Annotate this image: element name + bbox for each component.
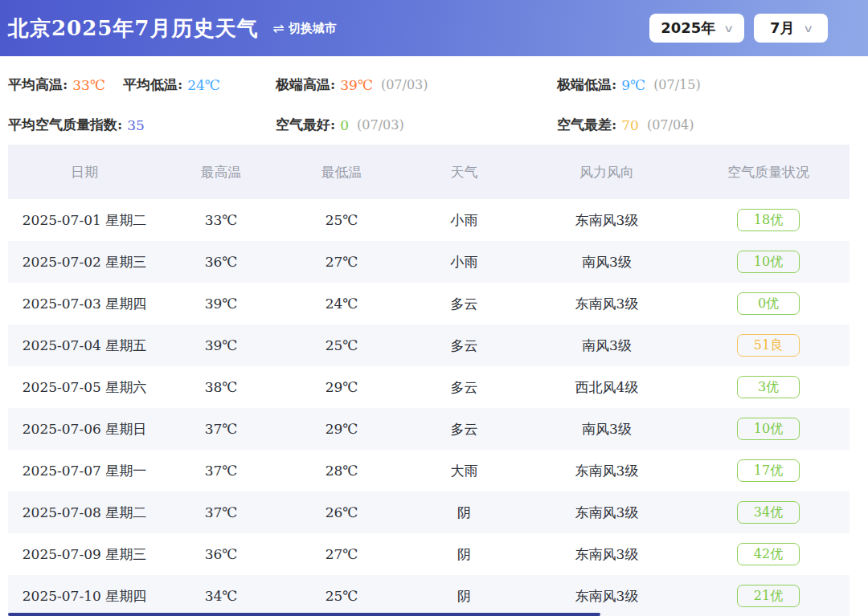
cell-aqi: 17优: [687, 450, 850, 492]
table-row: 2025-07-04 星期五 39℃ 25℃ 多云 南风3级 51良: [8, 324, 850, 366]
cell-date: 2025-07-09 星期三: [8, 533, 161, 575]
avg-high-value: 33℃: [72, 77, 105, 93]
table-row: 2025-07-02 星期三 36℃ 27℃ 小雨 南风3级 10优: [8, 241, 850, 283]
cell-date: 2025-07-10 星期四: [8, 575, 161, 616]
table-row: 2025-07-01 星期二 33℃ 25℃ 小雨 东南风3级 18优: [8, 199, 850, 241]
cell-high-temp: 38℃: [161, 366, 281, 408]
cell-high-temp: 36℃: [161, 533, 281, 575]
stat-avg-high: 平均高温: 33℃: [8, 75, 105, 94]
switch-city-link[interactable]: ⇌ 切换城市: [272, 20, 336, 36]
col-header-low: 最低温: [281, 145, 402, 199]
chevron-down-icon: ∨: [803, 22, 813, 35]
table-row: 2025-07-03 星期四 39℃ 24℃ 多云 东南风3级 0优: [8, 283, 850, 324]
cell-low-temp: 26℃: [281, 492, 402, 533]
cell-wind: 南风3级: [526, 408, 687, 450]
aqi-badge: 18优: [737, 209, 800, 231]
cell-high-temp: 33℃: [161, 199, 281, 241]
worst-air-value: 70: [621, 117, 639, 133]
cell-wind: 南风3级: [526, 324, 687, 366]
cell-high-temp: 36℃: [161, 241, 281, 283]
cell-aqi: 0优: [687, 283, 850, 324]
month-select-value: 7月: [770, 18, 795, 38]
cell-high-temp: 39℃: [161, 324, 281, 366]
table-row: 2025-07-05 星期六 38℃ 29℃ 多云 西北风4级 3优: [8, 366, 850, 408]
cell-high-temp: 39℃: [161, 283, 281, 324]
month-select[interactable]: 7月 ∨: [754, 14, 828, 43]
cell-low-temp: 25℃: [281, 324, 402, 366]
aqi-badge: 17优: [737, 459, 800, 482]
cell-high-temp: 37℃: [161, 492, 281, 533]
cell-weather: 小雨: [402, 241, 526, 283]
year-select[interactable]: 2025年 ∨: [649, 14, 744, 43]
cell-wind: 南风3级: [526, 241, 687, 283]
aqi-badge: 0优: [737, 292, 800, 315]
cell-date: 2025-07-07 星期一: [8, 450, 161, 492]
cell-low-temp: 28℃: [281, 450, 402, 492]
cell-date: 2025-07-04 星期五: [8, 324, 161, 366]
cell-aqi: 10优: [687, 241, 850, 283]
cell-weather: 阴: [402, 533, 526, 575]
extreme-high-date: (07/03): [381, 77, 428, 92]
cell-wind: 东南风3级: [526, 199, 687, 241]
cell-low-temp: 29℃: [281, 408, 402, 450]
weather-table: 日期 最高温 最低温 天气 风力风向 空气质量状况 2025-07-01 星期二…: [8, 145, 850, 616]
cell-low-temp: 27℃: [281, 241, 402, 283]
table-row: 2025-07-06 星期日 37℃ 29℃ 多云 南风3级 10优: [8, 408, 850, 450]
summary-stats: 平均高温: 33℃ 平均低温: 24℃ 极端高温: 39℃ (07/03) 极端…: [0, 56, 868, 145]
extreme-low-value: 9℃: [621, 77, 645, 93]
cell-low-temp: 27℃: [281, 533, 402, 575]
stat-avg-aqi: 平均空气质量指数: 35: [8, 116, 276, 134]
avg-aqi-value: 35: [127, 117, 145, 133]
cell-aqi: 34优: [687, 492, 850, 533]
cell-low-temp: 24℃: [281, 283, 402, 324]
stat-avg-low: 平均低温: 24℃: [123, 75, 220, 94]
aqi-badge: 42优: [737, 543, 800, 565]
cell-wind: 东南风3级: [526, 450, 687, 492]
stat-extreme-low: 极端低温: 9℃ (07/15): [557, 75, 868, 94]
best-air-date: (07/03): [357, 117, 404, 133]
cell-wind: 西北风4级: [526, 366, 687, 408]
cell-low-temp: 25℃: [281, 199, 402, 241]
cell-wind: 东南风3级: [526, 283, 687, 324]
cell-weather: 多云: [402, 408, 526, 450]
year-select-value: 2025年: [661, 18, 715, 38]
chevron-down-icon: ∨: [723, 22, 734, 35]
switch-city-label: 切换城市: [289, 21, 337, 36]
cell-weather: 阴: [402, 575, 526, 616]
table-header-row: 日期 最高温 最低温 天气 风力风向 空气质量状况: [8, 145, 850, 199]
cell-high-temp: 34℃: [161, 575, 281, 616]
table-row: 2025-07-10 星期四 34℃ 25℃ 阴 东南风3级 21优: [8, 575, 850, 616]
cell-weather: 阴: [402, 492, 526, 533]
cell-weather: 多云: [402, 283, 526, 324]
stat-best-air: 空气最好: 0 (07/03): [276, 116, 557, 134]
cell-date: 2025-07-05 星期六: [8, 366, 161, 408]
stat-worst-air: 空气最差: 70 (07/04): [557, 116, 868, 134]
page-title: 北京2025年7月历史天气: [8, 14, 258, 43]
cell-weather: 多云: [402, 324, 526, 366]
cell-wind: 东南风3级: [526, 492, 687, 533]
aqi-badge: 34优: [737, 501, 800, 524]
col-header-weather: 天气: [402, 145, 526, 199]
extreme-low-date: (07/15): [653, 77, 701, 92]
worst-air-date: (07/04): [647, 117, 694, 133]
cell-aqi: 3优: [687, 366, 850, 408]
aqi-badge: 21优: [737, 585, 800, 607]
cell-wind: 东南风3级: [526, 575, 687, 616]
col-header-wind: 风力风向: [526, 145, 687, 199]
cell-aqi: 21优: [687, 575, 850, 616]
cell-date: 2025-07-06 星期日: [8, 408, 161, 450]
cell-aqi: 18优: [687, 199, 850, 241]
cell-date: 2025-07-02 星期三: [8, 241, 161, 283]
aqi-badge: 10优: [737, 251, 800, 273]
cell-aqi: 10优: [687, 408, 850, 450]
table-row: 2025-07-07 星期一 37℃ 28℃ 大雨 东南风3级 17优: [8, 450, 850, 492]
cell-low-temp: 25℃: [281, 575, 402, 616]
weather-table-container: 日期 最高温 最低温 天气 风力风向 空气质量状况 2025-07-01 星期二…: [8, 145, 850, 616]
cell-high-temp: 37℃: [161, 408, 281, 450]
aqi-badge: 10优: [737, 418, 800, 440]
aqi-badge: 51良: [737, 334, 800, 357]
table-row: 2025-07-08 星期二 37℃ 26℃ 阴 东南风3级 34优: [8, 492, 850, 533]
horizontal-scrollbar-thumb[interactable]: [8, 613, 600, 616]
col-header-aqi: 空气质量状况: [687, 145, 850, 199]
page-banner: 北京2025年7月历史天气 ⇌ 切换城市 2025年 ∨ 7月 ∨: [0, 0, 868, 56]
